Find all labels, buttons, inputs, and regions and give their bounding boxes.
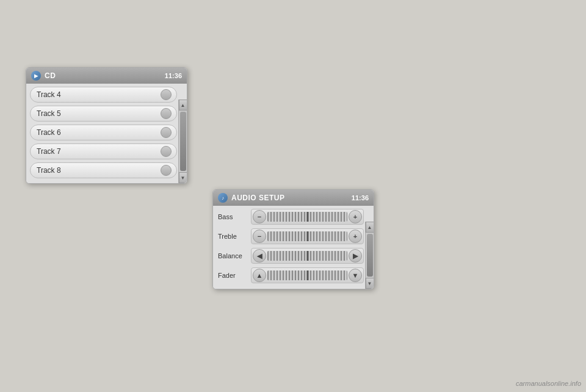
audio-slider-center-treble [306,231,308,241]
audio-header-left: ♪ AUDIO SETUP [218,193,285,203]
cd-track-list: Track 4Track 5Track 6Track 7Track 8 [26,84,187,183]
audio-control-fader: ▲▼ [251,267,364,283]
audio-content-wrapper: Bass−+Treble−+Balance◀▶Fader▲▼ ▲ ▼ [213,206,374,289]
audio-slider-center-bass [306,212,308,222]
audio-label-treble: Treble [217,233,248,240]
audio-slider-center-balance [306,251,308,261]
audio-control-bass: −+ [251,209,364,225]
audio-row-bass: Bass−+ [217,208,364,225]
audio-row-treble: Treble−+ [217,228,364,245]
cd-content-wrapper: Track 4Track 5Track 6Track 7Track 8 ▲ ▼ [26,84,187,183]
audio-left-btn-fader[interactable]: ▲ [253,269,266,282]
audio-label-balance: Balance [217,252,248,260]
audio-right-btn-fader[interactable]: ▼ [349,269,362,282]
track-button-6[interactable]: Track 6 [30,125,177,140]
track-item: Track 6 [30,124,177,141]
audio-right-btn-treble[interactable]: + [349,230,362,243]
audio-left-btn-balance[interactable]: ◀ [253,249,266,263]
audio-right-btn-balance[interactable]: ▶ [349,249,362,263]
watermark: carmanualsonline.info [516,380,581,387]
audio-control-treble: −+ [251,228,364,244]
cd-scrollbar: ▲ ▼ [178,100,187,183]
audio-slider-center-fader [306,270,308,280]
audio-scrollbar: ▲ ▼ [365,222,374,289]
track-item: Track 4 [30,86,177,103]
audio-control-balance: ◀▶ [251,248,364,264]
audio-panel-header: ♪ AUDIO SETUP 11:36 [213,190,374,206]
cd-title: CD [45,71,56,80]
cd-time: 11:36 [165,72,182,79]
cd-scroll-down[interactable]: ▼ [179,172,187,183]
audio-scroll-thumb[interactable] [367,234,373,277]
audio-label-fader: Fader [217,272,248,279]
audio-row-list: Bass−+Treble−+Balance◀▶Fader▲▼ [213,206,374,289]
track-item: Track 7 [30,143,177,160]
cd-header-left: ▶ CD [31,71,56,81]
audio-label-bass: Bass [217,213,248,220]
audio-icon: ♪ [218,193,228,203]
audio-title: AUDIO SETUP [231,194,285,202]
audio-slider-fader[interactable] [267,270,347,280]
audio-left-btn-treble[interactable]: − [253,230,266,243]
audio-scroll-up[interactable]: ▲ [366,222,374,233]
track-button-4[interactable]: Track 4 [30,87,177,103]
track-button-8[interactable]: Track 8 [30,162,177,178]
cd-icon: ▶ [31,71,41,81]
cd-scroll-thumb[interactable] [180,112,186,171]
audio-scroll-down[interactable]: ▼ [366,278,374,289]
cd-scroll-up[interactable]: ▲ [179,100,187,111]
audio-left-btn-bass[interactable]: − [253,210,266,223]
audio-row-balance: Balance◀▶ [217,247,364,264]
audio-time: 11:36 [352,194,369,201]
track-item: Track 8 [30,162,177,179]
cd-panel-header: ▶ CD 11:36 [26,68,187,84]
audio-slider-bass[interactable] [267,212,347,222]
track-item: Track 5 [30,105,177,122]
track-button-5[interactable]: Track 5 [30,106,177,122]
audio-panel: ♪ AUDIO SETUP 11:36 Bass−+Treble−+Balanc… [212,189,374,289]
audio-row-fader: Fader▲▼ [217,267,364,284]
audio-slider-balance[interactable] [267,251,347,261]
track-button-7[interactable]: Track 7 [30,143,177,159]
audio-right-btn-bass[interactable]: + [349,210,362,223]
audio-slider-treble[interactable] [267,231,347,241]
cd-panel: ▶ CD 11:36 Track 4Track 5Track 6Track 7T… [26,67,187,184]
